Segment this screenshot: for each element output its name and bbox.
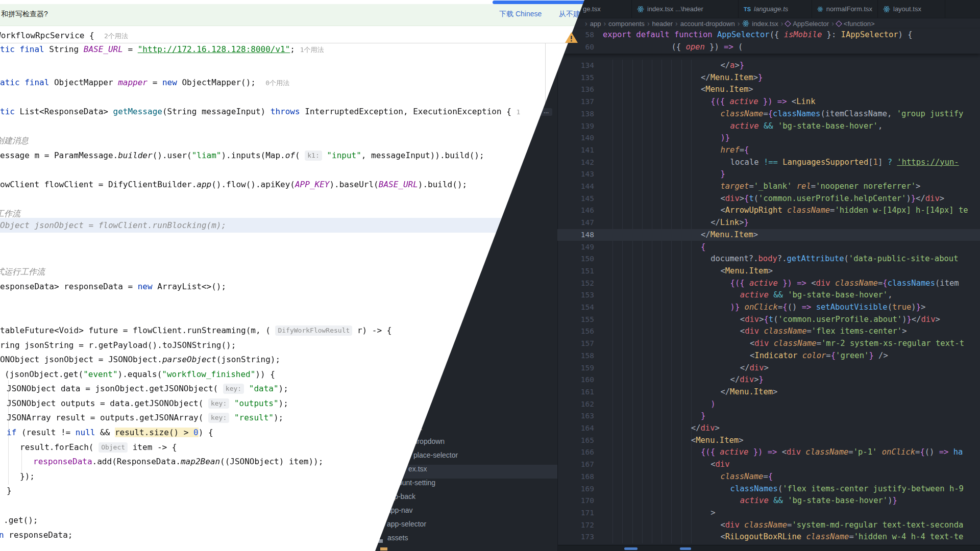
code-line[interactable]: )} onClick={() => setAboutVisible(true)}… (730, 302, 926, 314)
explorer-item-p-back[interactable]: p-back (394, 492, 415, 506)
explorer-item-app-selector[interactable]: app-selector (387, 520, 426, 534)
code-token: "data" (244, 384, 278, 393)
code-line[interactable]: <div>{t('common.userProfile.helpCenter')… (720, 193, 944, 205)
code-line[interactable]: target='_blank' rel='noopener noreferrer… (720, 181, 920, 193)
breadcrumb-item[interactable]: header (652, 20, 673, 28)
code-line[interactable]: {({ active }) => <div className='p-1' on… (701, 446, 963, 459)
code-token: 0个用法 (265, 79, 289, 87)
code-line[interactable]: esponseData> responseData = new ArrayLis… (0, 280, 226, 294)
code-line[interactable]: <div (710, 459, 729, 471)
code-line[interactable]: classNames('flex items-center justify-be… (730, 483, 964, 495)
code-line[interactable]: <Indicator color={'green'} /> (750, 350, 888, 362)
code-line[interactable]: JSONObject data = jsonObject.getJSONObje… (7, 382, 288, 396)
code-line[interactable]: export default function AppSelector({ is… (603, 29, 913, 41)
indent-guide (622, 60, 623, 543)
code-line[interactable]: tic final String BASE_URL = "http://172.… (0, 42, 324, 57)
code-line[interactable]: </div> (691, 422, 720, 435)
code-line[interactable]: <RiLogoutBoxRLine className='hidden w-4 … (720, 531, 963, 543)
code-line[interactable]: ({ open }) => ( (671, 41, 743, 54)
code-line[interactable]: .get(); (4, 513, 38, 528)
code-line[interactable]: JSONArray result = outputs.getJSONArray(… (7, 411, 283, 425)
explorer-item-assets[interactable]: assets (387, 534, 408, 547)
code-line[interactable]: locale !== LanguagesSupported[1] ? 'http… (730, 157, 959, 169)
code-line[interactable]: { (701, 241, 705, 254)
code-line[interactable]: document?.body?.getAttribute('data-publi… (710, 253, 958, 265)
code-line[interactable]: ) (710, 398, 715, 411)
tab-layout.tsx[interactable]: layout.tsx (878, 0, 945, 18)
code-line[interactable]: atic final ObjectMapper mapper = new Obj… (0, 76, 289, 90)
code-line[interactable]: 创建消息 (0, 134, 29, 148)
code-token (782, 206, 787, 215)
code-line[interactable]: <div className='flex items-center'> (740, 325, 907, 338)
code-line[interactable]: )} (720, 132, 730, 144)
tab-language.ts[interactable]: TSlanguage.ts (739, 0, 812, 18)
explorer-item-ount-setting[interactable]: ount-setting (398, 479, 435, 492)
code-line[interactable]: className={classNames(itemClassName, 'gr… (720, 108, 963, 120)
tab-index.tsx-...-header[interactable]: index.tsx ...\header (632, 0, 739, 18)
code-line[interactable]: </div> (740, 362, 769, 374)
code-line[interactable]: n responseData; (0, 528, 73, 542)
code-line[interactable]: tic List<ResponseData> getMessage(String… (0, 105, 520, 119)
horizontal-scrollbar-strip[interactable] (558, 545, 980, 551)
code-line[interactable]: } (720, 168, 725, 181)
breadcrumb[interactable]: ›app›components›header›account-dropdown›… (585, 18, 875, 29)
code-line[interactable]: <ArrowUpRight className='hidden w-[14px]… (720, 205, 968, 217)
code-line[interactable]: active && 'bg-state-base-hover', (740, 289, 893, 302)
code-line[interactable]: if (result != null && result.size() > 0)… (7, 425, 213, 440)
breadcrumb-item[interactable]: index.tsx (752, 20, 778, 28)
code-line[interactable]: <div className='mr-2 system-xs-regular t… (750, 338, 964, 350)
code-line[interactable]: <div className='system-md-regular text-t… (720, 519, 963, 532)
code-token (801, 532, 806, 541)
code-line[interactable]: ONObject jsonObject = JSONObject.parseOb… (0, 353, 280, 367)
code-line[interactable]: essage m = ParamMessage.builder().user("… (0, 148, 484, 163)
code-line[interactable]: </Menu.Item>} (701, 72, 763, 84)
explorer-item-place-selector[interactable]: place-selector (413, 451, 458, 465)
code-line[interactable]: > (710, 507, 715, 519)
code-line[interactable]: }); (20, 469, 35, 484)
breadcrumb-item[interactable]: AppSelector (793, 20, 829, 28)
code-token: } (892, 496, 897, 505)
tab-normalForm.tsx[interactable]: normalForm.tsx (812, 0, 878, 18)
sticky-class-line[interactable]: WorkflowRpcService { 2个用法 (0, 29, 128, 43)
breadcrumb-item[interactable]: app (590, 20, 601, 28)
code-line[interactable]: Object jsonObject = flowClient.runBlocki… (0, 218, 226, 233)
code-token: > (710, 508, 715, 517)
code-line[interactable]: JSONObject outputs = data.getJSONObject(… (7, 396, 288, 411)
tab-ge.tsx[interactable]: ge.tsx (578, 0, 632, 18)
breadcrumb-item[interactable]: components (608, 20, 645, 28)
explorer-item-ex.tsx[interactable]: ex.tsx (408, 465, 427, 479)
code-line[interactable]: responseData.add(ResponseData.map2Bean((… (33, 455, 323, 469)
code-line[interactable]: <div>{t('common.userProfile.about')}</di… (740, 314, 940, 326)
code-line[interactable]: {({ active }) => <Link (710, 96, 815, 108)
code-line[interactable]: {({ active }) => <div className={classNa… (730, 278, 959, 290)
code-line[interactable]: href={ (720, 144, 749, 157)
line-number: 137 (557, 96, 594, 108)
code-line[interactable]: ring jsonString = r.getPayload().toJSONS… (0, 338, 236, 353)
code-line[interactable]: tableFuture<Void> future = flowClient.ru… (0, 323, 391, 338)
code-line[interactable]: <Menu.Item> (720, 265, 773, 278)
code-line[interactable]: } (7, 484, 12, 498)
code-line[interactable]: owClient flowClient = DifyClientBuilder.… (0, 178, 467, 192)
code-line[interactable]: <Menu.Item> (701, 84, 753, 96)
code-line[interactable]: className={ (720, 471, 773, 483)
code-token: a (730, 61, 734, 70)
code-line[interactable]: active && 'bg-state-base-hover', (730, 120, 883, 133)
code-token: 1 (873, 158, 878, 167)
code-line[interactable]: active && 'bg-state-base-hover')} (740, 495, 897, 507)
warning-icon[interactable] (565, 32, 578, 45)
code-line[interactable]: </a>} (720, 60, 744, 72)
code-line[interactable]: (jsonObject.get("event").equals("workflo… (5, 367, 275, 382)
code-token: ) (906, 194, 911, 203)
code-line[interactable]: } (701, 410, 705, 422)
code-line[interactable]: 式运行工作流 (0, 265, 45, 279)
download-chinese-link[interactable]: 下载 Chinese (499, 10, 542, 19)
code-line[interactable]: </Menu.Item> (720, 386, 777, 398)
code-line[interactable]: </div>} (730, 374, 764, 386)
code-line[interactable]: <Menu.Item> (691, 435, 744, 447)
breadcrumb-item[interactable]: account-dropdown (680, 20, 735, 28)
code-line[interactable]: </Link>} (710, 217, 749, 229)
breadcrumb-item[interactable]: <function> (844, 20, 875, 28)
code-line[interactable]: </Menu.Item> (701, 229, 758, 241)
code-line[interactable]: result.forEach( Object item -> { (20, 440, 177, 455)
chevron-right-icon: › (603, 19, 606, 28)
